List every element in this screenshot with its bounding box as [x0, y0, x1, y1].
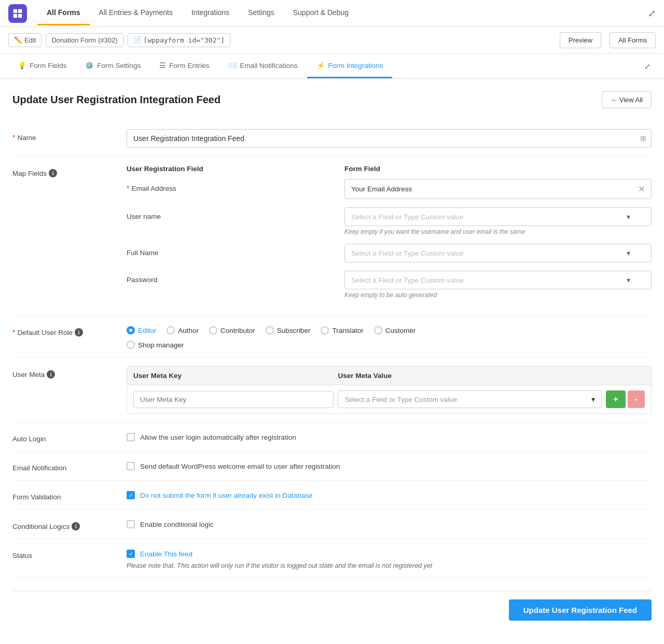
tab-form-entries[interactable]: ☰ Form Entries [150, 54, 218, 78]
name-field: ⊞ [127, 129, 652, 148]
radio-author[interactable]: Author [167, 326, 199, 334]
user-meta-info-icon[interactable]: i [47, 370, 55, 379]
meta-value-placeholder: Select a Field or Type Custom value [344, 396, 457, 403]
form-validation-checkbox-label: Do not submit the form if user already e… [140, 492, 312, 499]
map-field-username-input-wrap: Select a Field or Type Custom value ▾ Ke… [344, 207, 652, 235]
auto-login-checkbox-label: Allow the user login automatically after… [140, 433, 296, 441]
form-validation-field: Do not submit the form if user already e… [127, 489, 652, 499]
fullname-select[interactable]: Select a Field or Type Custom value ▾ [344, 244, 652, 262]
tab-form-integrations[interactable]: ⚡ Form Integrations [307, 54, 393, 78]
email-notification-checkbox-row: Send default WordPress welcome email to … [127, 460, 652, 470]
view-all-button[interactable]: ← View All [602, 91, 652, 108]
svg-rect-1 [18, 9, 22, 12]
svg-rect-0 [13, 9, 17, 12]
radio-translator-label: Translator [332, 327, 363, 334]
meta-key-input[interactable] [133, 391, 334, 408]
radio-shop-manager-label: Shop manager [138, 341, 184, 349]
add-meta-button[interactable]: + [606, 390, 625, 408]
auto-login-checkbox[interactable] [127, 433, 135, 441]
radio-contributor-label: Contributor [220, 327, 255, 334]
email-notification-checkbox[interactable] [127, 462, 135, 470]
radio-customer-label: Customer [385, 327, 416, 334]
radio-customer[interactable]: Customer [374, 326, 416, 334]
map-field-email-name: * Email Address [127, 179, 344, 192]
update-button[interactable]: Update User Registration Feed [509, 599, 652, 621]
auto-login-row: Auto Login Allow the user login automati… [12, 423, 652, 452]
user-meta-table-header: User Meta Key User Meta Value [127, 367, 651, 385]
map-field-email-row: * Email Address Your Email Address ✕ [127, 179, 652, 199]
breadcrumb-form-name[interactable]: Donation Form (#302) [46, 33, 123, 47]
radio-shop-manager[interactable]: Shop manager [127, 341, 652, 349]
user-role-info-icon[interactable]: i [75, 328, 83, 337]
radio-translator[interactable]: Translator [321, 326, 363, 334]
email-icon: ✉️ [228, 61, 237, 69]
tab-form-settings[interactable]: ⚙️ Form Settings [76, 54, 150, 78]
all-forms-button[interactable]: All Forms [610, 32, 656, 48]
name-required-star: * [12, 133, 15, 142]
page-header: Update User Registration Integration Fee… [12, 91, 652, 108]
name-input[interactable] [127, 129, 652, 148]
map-field-username-name: User name [127, 207, 344, 220]
email-notification-row: Email Notification Send default WordPres… [12, 452, 652, 481]
conditional-logics-label: Conditional Logics i [12, 518, 127, 530]
breadcrumb-shortcode[interactable]: 📄 [wppayform id="302"] [128, 33, 231, 47]
expand-icon[interactable]: ⤢ [648, 8, 656, 19]
name-input-wrap: ⊞ [127, 129, 652, 148]
nav-item-settings[interactable]: Settings [239, 1, 284, 25]
name-input-icon: ⊞ [640, 134, 646, 143]
map-field-username-row: User name Select a Field or Type Custom … [127, 207, 652, 235]
remove-meta-button[interactable]: - [628, 390, 645, 408]
tab-form-fields[interactable]: 💡 Form Fields [8, 54, 76, 78]
tab-expand-icon[interactable]: ⤢ [639, 57, 656, 76]
breadcrumb-form-label: Donation Form (#302) [51, 36, 117, 44]
nav-item-integrations[interactable]: Integrations [182, 1, 239, 25]
status-field: Enable This feed Please note that, This … [127, 548, 652, 569]
email-field-select[interactable]: Your Email Address ✕ [344, 179, 652, 199]
default-user-role-field: Editor Author Contributor Subscriber Tra… [127, 324, 652, 349]
meta-value-chevron-icon: ▾ [591, 395, 595, 403]
map-fields-section: User Registration Field Form Field * Ema… [127, 165, 652, 307]
breadcrumb-edit-label: Edit [24, 36, 36, 44]
svg-rect-2 [13, 13, 17, 17]
auto-login-label: Auto Login [12, 431, 127, 443]
user-meta-table: User Meta Key User Meta Value Select a F… [127, 366, 652, 414]
tab-bar: 💡 Form Fields ⚙️ Form Settings ☰ Form En… [0, 54, 664, 79]
map-col-header-left: User Registration Field [127, 165, 344, 173]
map-fields-info-icon[interactable]: i [49, 169, 57, 177]
radio-contributor[interactable]: Contributor [209, 326, 255, 334]
tab-email-notifications[interactable]: ✉️ Email Notifications [219, 54, 307, 78]
status-checkbox[interactable] [127, 550, 135, 558]
form-fields-icon: 💡 [18, 61, 26, 69]
edit-icon: ✏️ [14, 36, 22, 44]
preview-button[interactable]: Preview [560, 32, 601, 48]
password-select[interactable]: Select a Field or Type Custom value ▾ [344, 271, 652, 289]
nav-item-entries[interactable]: All Entries & Payments [90, 1, 182, 25]
form-validation-row: Form Validation Do not submit the form i… [12, 481, 652, 510]
default-user-role-row: * Default User Role i Editor Author Cont… [12, 316, 652, 358]
password-select-wrap: Select a Field or Type Custom value ▾ Ke… [344, 271, 652, 299]
nav-item-support[interactable]: Support & Debug [284, 1, 358, 25]
map-col-header-right: Form Field [344, 165, 652, 173]
fullname-chevron-icon: ▾ [627, 249, 630, 257]
name-row: * Name ⊞ [12, 121, 652, 157]
radio-contributor-circle [209, 326, 217, 334]
user-meta-data-row: Select a Field or Type Custom value ▾ + … [127, 385, 651, 413]
email-clear-icon[interactable]: ✕ [638, 184, 645, 194]
breadcrumb-edit-button[interactable]: ✏️ Edit [8, 33, 42, 47]
conditional-logics-info-icon[interactable]: i [72, 522, 80, 530]
nav-item-all-forms[interactable]: All Forms [37, 1, 90, 25]
conditional-logics-field: Enable conditional logic [127, 518, 652, 528]
map-field-fullname-row: Full Name Select a Field or Type Custom … [127, 244, 652, 262]
form-validation-checkbox[interactable] [127, 491, 135, 499]
radio-editor[interactable]: Editor [127, 326, 156, 334]
username-hint: Keep empty if you want the username and … [344, 228, 652, 235]
username-select-wrap: Select a Field or Type Custom value ▾ Ke… [344, 207, 652, 235]
password-chevron-icon: ▾ [627, 276, 630, 284]
radio-subscriber-circle [266, 326, 274, 334]
app-logo [8, 4, 27, 23]
username-select[interactable]: Select a Field or Type Custom value ▾ [344, 207, 652, 226]
conditional-logics-checkbox[interactable] [127, 520, 135, 528]
meta-value-select[interactable]: Select a Field or Type Custom value ▾ [338, 390, 602, 408]
radio-subscriber[interactable]: Subscriber [266, 326, 311, 334]
shortcode-icon: 📄 [133, 36, 142, 44]
